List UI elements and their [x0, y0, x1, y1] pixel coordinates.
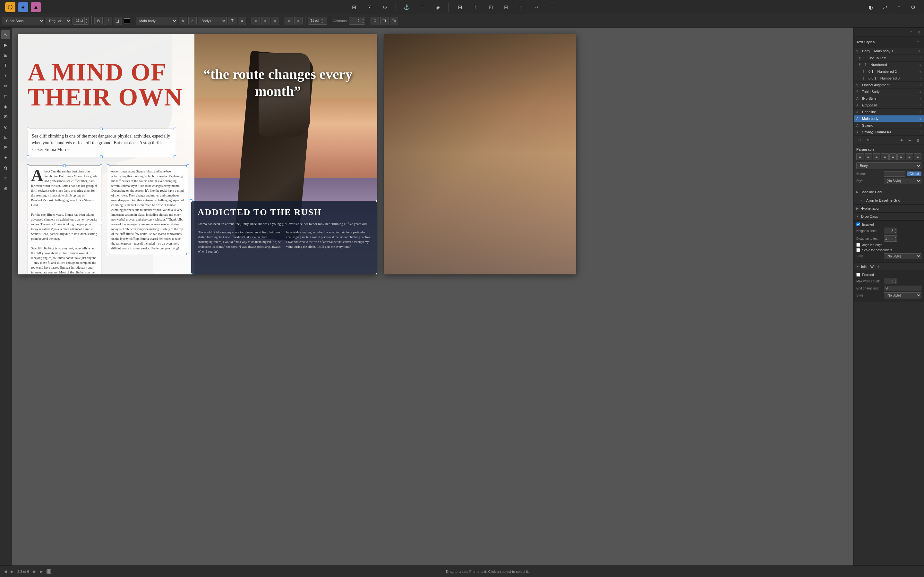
style-more-icon[interactable]: ≡ [919, 77, 921, 80]
arrows-icon[interactable]: ↔ [531, 1, 543, 13]
tool-select[interactable]: ↖ [1, 30, 10, 39]
style-table-body[interactable]: ¶ Table Body ≡ [854, 89, 924, 95]
initial-words-enabled-checkbox[interactable] [856, 273, 860, 277]
anchor-icon[interactable]: ⚓ [401, 1, 413, 13]
body-col1-frame[interactable]: A bout 7am the sun has just risen over P… [27, 165, 102, 274]
height-lines-down[interactable]: ▼ [894, 231, 897, 234]
align-left[interactable]: ≡ [856, 153, 864, 160]
tool-text[interactable]: T [1, 61, 10, 70]
app-icon-3[interactable]: ▲ [31, 2, 41, 12]
columns-down[interactable]: ▼ [361, 21, 365, 24]
max-word-input[interactable] [884, 279, 894, 284]
align-justify[interactable]: ≡ [881, 153, 889, 160]
tool-hand[interactable]: ☞ [1, 174, 10, 183]
max-word-spinner[interactable]: ▲ ▼ [884, 278, 897, 284]
distance-text-up[interactable]: ▲ [894, 235, 897, 239]
body-col2-frame[interactable]: easier routes along Stennis Head and hav… [108, 165, 188, 254]
style-more-icon[interactable]: ≡ [919, 70, 921, 73]
drop-cap-style-select[interactable]: [No Style] [884, 253, 921, 259]
grid-icon[interactable]: ⊞ [454, 1, 465, 13]
para-options-btn[interactable]: A [179, 17, 187, 25]
char-options-btn[interactable]: a [188, 17, 197, 25]
export-icon[interactable]: ↑ [893, 1, 905, 13]
style-line-to-left[interactable]: ¶ | Line To Left ≡ [854, 55, 924, 61]
columns-up[interactable]: ▲ [361, 17, 365, 21]
layout-icon[interactable]: ≡ [417, 1, 428, 13]
tool-shape[interactable]: ◻ [1, 92, 10, 101]
style-numbered-1[interactable]: ¶ 1. Numbered 1 ≡ [854, 61, 924, 68]
align-right-btn[interactable]: ≡ [271, 17, 279, 25]
bottom-panel-frame[interactable]: ADDICTED TO THE RUSH Emma has been an ad… [191, 201, 377, 274]
play-icon[interactable]: ▶ [907, 137, 913, 143]
publish-icon[interactable]: ⊞ [348, 1, 360, 13]
leading-up[interactable]: ▲ [320, 17, 324, 21]
style-main-body[interactable]: A Main body ≡ [854, 115, 924, 122]
nav-prev-btn[interactable]: ◀ [4, 569, 7, 574]
play-btn2[interactable]: ▶ [40, 569, 43, 574]
zoom-icon[interactable]: ⊙ [379, 1, 391, 13]
table-icon[interactable]: ⊟ [500, 1, 512, 13]
char-style-btn2[interactable]: a [238, 17, 246, 25]
color-icon[interactable]: ◐ [865, 1, 877, 13]
hyphenation-header[interactable]: ▶ Hyphenation [854, 205, 924, 213]
frame-icon[interactable]: ⊡ [485, 1, 496, 13]
style-headline[interactable]: A Headline ≡ [854, 109, 924, 115]
style-more-icon[interactable]: ≡ [919, 117, 921, 121]
style-no-style[interactable]: A [No Style] ≡ [854, 95, 924, 102]
distance-text-down[interactable]: ▼ [894, 239, 897, 242]
align-towards-spine[interactable]: ≡ [906, 153, 913, 160]
align-left-edge-checkbox[interactable] [856, 243, 860, 247]
align-baseline-header[interactable]: ✓ Align to Baseline Grid [854, 196, 924, 205]
style-emphasis[interactable]: A Emphasis ≡ [854, 102, 924, 109]
tool-crop[interactable]: ⊞ [1, 51, 10, 60]
baseline-grid-header[interactable]: ▶ Baseline Grid [854, 188, 924, 196]
tool-measure[interactable]: ⊡ [1, 133, 10, 142]
style-more-icon[interactable]: ≡ [917, 49, 921, 53]
style-more-icon[interactable]: ≡ [919, 124, 921, 127]
settings-icon[interactable]: ⚙ [907, 1, 919, 13]
style-more-icon[interactable]: ≡ [919, 110, 921, 114]
style-body-main[interactable]: ¶ Body + Main body + ... ≡ [854, 47, 924, 55]
font-size-up[interactable]: ▲ [85, 17, 89, 21]
end-chars-input[interactable] [884, 285, 921, 291]
initial-words-header[interactable]: ▼ Initial Words [854, 263, 924, 271]
drop-caps-header[interactable]: ▼ Drop Caps [854, 213, 924, 221]
height-lines-spinner[interactable]: ▲ ▼ [884, 227, 897, 234]
global-button[interactable]: Global [907, 171, 921, 176]
name-input[interactable] [884, 171, 905, 177]
height-lines-up[interactable]: ▲ [894, 228, 897, 231]
style-more-icon[interactable]: ≡ [919, 83, 921, 87]
style-numbered-3[interactable]: ¶ 0.0.1. Numbered 3 ≡ [854, 75, 924, 82]
sync-icon[interactable]: ↺ [856, 137, 863, 143]
font-family-select[interactable]: Clear Sans [3, 17, 44, 25]
style-more-icon[interactable]: ≡ [919, 131, 921, 134]
align-icon[interactable]: ≡ [546, 1, 558, 13]
record-icon[interactable]: ⏺ [898, 137, 905, 143]
initial-words-style-select[interactable]: [No Style] [884, 292, 921, 298]
list-btn[interactable]: ≡ [284, 17, 293, 25]
text-icon[interactable]: T [469, 1, 481, 13]
style-strong-emphasis[interactable]: A Strong Emphasis ≡ [854, 129, 924, 135]
app-icon-1[interactable]: ⬡ [5, 2, 15, 12]
max-word-up[interactable]: ▲ [894, 278, 897, 281]
distance-text-input[interactable] [884, 237, 894, 241]
align-justify-all[interactable]: ≡ [889, 153, 897, 160]
style-numbered-2[interactable]: ¶ 0.1. Numbered 2 ≡ [854, 68, 924, 75]
align-away-spine[interactable]: ≡ [914, 153, 921, 160]
char-style-btn[interactable]: T [228, 17, 236, 25]
tool-no[interactable]: ⊘ [1, 122, 10, 131]
tool-mail[interactable]: ✉ [1, 112, 10, 121]
leading-field[interactable]: ▲ ▼ [308, 17, 327, 25]
tool-star[interactable]: ✦ [1, 153, 10, 162]
align-left-btn[interactable]: ≡ [252, 17, 260, 25]
play-btn[interactable]: ▶ [33, 569, 36, 574]
frame-type-btn[interactable]: ⊡ [371, 17, 379, 25]
style-more-icon[interactable]: ≡ [919, 56, 921, 60]
distance-text-spinner[interactable]: ▲ ▼ [884, 235, 897, 242]
ordered-list-btn[interactable]: ≡ [294, 17, 302, 25]
text-styles-section-header[interactable]: Text Styles ≡ [854, 37, 924, 47]
leading-down[interactable]: ▼ [320, 21, 324, 24]
tool-flower[interactable]: ✿ [1, 163, 10, 172]
view-icon[interactable]: ⊡ [363, 1, 375, 13]
style-optical[interactable]: ¶ Optical Alignment ≡ [854, 82, 924, 89]
